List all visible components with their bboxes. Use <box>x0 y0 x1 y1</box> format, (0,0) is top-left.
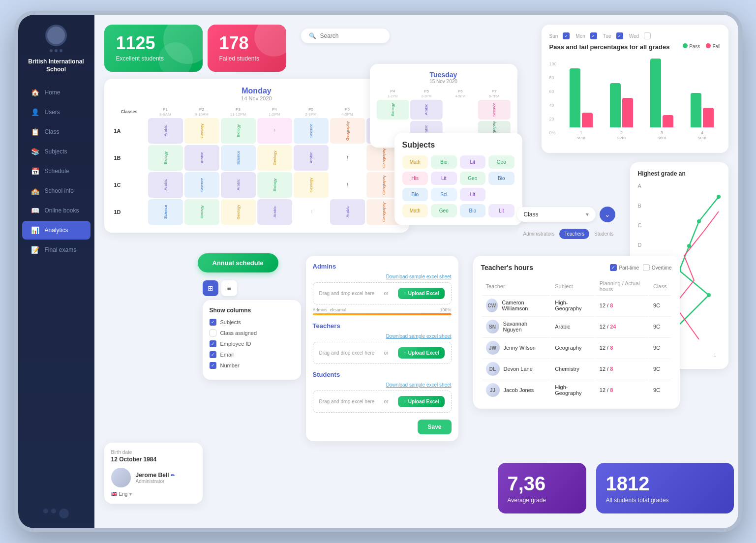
admins-upload-zone[interactable]: Drag and drop excel here or ↑ Upload Exc… <box>313 282 452 304</box>
teachers-upload-button[interactable]: ↑ Upload Excel <box>398 347 445 359</box>
employee-id-checkbox[interactable]: ✓ <box>210 340 216 347</box>
or-text-2: or <box>384 350 389 356</box>
subject-tag[interactable]: Arabic <box>294 145 329 171</box>
part-time-checkbox[interactable]: ✓ <box>610 264 617 271</box>
subject-lit2[interactable]: Lit <box>431 172 457 185</box>
part-time-filter[interactable]: ✓ Part-time <box>610 264 639 271</box>
subject-tag[interactable]: Biology <box>184 199 219 225</box>
subject-tag[interactable]: Biology <box>148 145 183 171</box>
col-class-assigned[interactable]: Class assigned <box>210 330 294 336</box>
sidebar-item-final-exams[interactable]: 📝 Final exams <box>22 241 91 259</box>
search-input[interactable] <box>320 32 382 39</box>
admins-upload-label: Upload Excel <box>408 291 439 296</box>
sidebar-item-analytics[interactable]: 📊 Analytics <box>22 221 91 240</box>
subject-bio4[interactable]: Bio <box>460 204 486 217</box>
teacher-class: 9C <box>649 359 671 379</box>
tue-subject[interactable]: Science <box>478 100 511 120</box>
teacher-name: Jenny Wilson <box>504 345 536 351</box>
subject-tag[interactable]: Science <box>148 199 183 225</box>
number-checkbox[interactable]: ✓ <box>210 362 216 369</box>
subject-math[interactable]: Math <box>402 155 428 169</box>
subject-his[interactable]: His <box>402 172 428 185</box>
svg-point-0 <box>717 195 721 199</box>
tab-students[interactable]: Students <box>589 229 618 239</box>
subject-tag[interactable]: Arabic <box>148 118 183 144</box>
subject-tag[interactable]: Geology <box>257 145 292 171</box>
pass-legend-label: Pass <box>689 44 700 49</box>
admins-title: Admins <box>313 263 452 270</box>
subject-tag[interactable]: Science <box>221 145 256 171</box>
subjects-checkbox[interactable]: ✓ <box>210 319 216 326</box>
save-button[interactable]: Save <box>418 420 451 434</box>
tab-administrators[interactable]: Administrators <box>518 229 560 239</box>
subject-lit4[interactable]: Lit <box>488 204 514 217</box>
sidebar-item-label: Online books <box>45 207 79 214</box>
subject-lit3[interactable]: Lit <box>460 188 486 201</box>
subject-tag[interactable]: Biology <box>257 172 292 198</box>
language-selector[interactable]: 🇬🇧 Eng ▾ <box>111 491 196 497</box>
subject-geo3[interactable]: Geo <box>431 204 457 217</box>
sidebar-item-class[interactable]: 📋 Class <box>22 122 91 141</box>
overtime-filter[interactable]: Overtime <box>643 264 672 271</box>
subject-tag[interactable]: Arabic <box>184 145 219 171</box>
expand-button[interactable]: ⌄ <box>600 207 615 222</box>
subject-math2[interactable]: Math <box>402 204 428 217</box>
subject-tag[interactable]: Arabic <box>221 172 256 198</box>
subject-bio2[interactable]: Bio <box>488 172 514 185</box>
students-upload-zone[interactable]: Drag and drop excel here or ↑ Upload Exc… <box>313 391 452 413</box>
sidebar-item-school-info[interactable]: 🏫 School info <box>22 181 91 200</box>
tue-checkbox[interactable]: ✓ <box>616 32 623 39</box>
sidebar-item-users[interactable]: 👤 Users <box>22 103 91 121</box>
wed-checkbox[interactable] <box>644 32 651 39</box>
teacher-name: Savannah Nguyen <box>503 321 546 332</box>
col-email[interactable]: ✓ Email <box>210 351 294 358</box>
tue-subject[interactable]: Biology <box>377 100 409 120</box>
subject-lit[interactable]: Lit <box>460 155 486 169</box>
sidebar-item-home[interactable]: 🏠 Home <box>22 83 91 102</box>
admins-upload-button[interactable]: ↑ Upload Excel <box>398 288 445 299</box>
subject-tag[interactable]: Geology <box>294 172 329 198</box>
sidebar-item-schedule[interactable]: 📅 Schedule <box>22 162 91 181</box>
teacher-name-cell: DL Devon Lane <box>482 359 550 379</box>
subject-tag[interactable]: Geology <box>184 118 219 144</box>
class-assigned-checkbox[interactable] <box>210 330 216 336</box>
col-employee-id[interactable]: ✓ Employee ID <box>210 340 294 347</box>
annual-schedule-button[interactable]: Annual schedule <box>198 253 278 272</box>
subject-tag[interactable]: Geology <box>221 199 256 225</box>
subject-geo2[interactable]: Geo <box>460 172 486 185</box>
subject-tag[interactable]: Arabic <box>330 199 365 225</box>
subject-tag[interactable]: Arabic <box>148 172 183 198</box>
upload-progress: Admins_eksamal 100% <box>313 307 452 315</box>
subject-tag[interactable]: Biology <box>221 118 256 144</box>
subject-tag[interactable]: Science <box>184 172 219 198</box>
grid-view-button[interactable]: ⊞ <box>203 280 218 296</box>
subject-tag[interactable]: Science <box>294 118 329 144</box>
teachers-upload-zone[interactable]: Drag and drop excel here or ↑ Upload Exc… <box>313 342 452 364</box>
teachers-upload-section: Teachers Download sample excel sheet Dra… <box>313 322 452 364</box>
sidebar-item-subjects[interactable]: 📚 Subjects <box>22 142 91 161</box>
search-bar[interactable]: 🔍 <box>301 29 390 43</box>
overtime-checkbox[interactable] <box>643 264 650 271</box>
schedule-header: Monday 14 Nov 2020 <box>112 87 401 101</box>
email-checkbox[interactable]: ✓ <box>210 351 216 358</box>
admins-download-link[interactable]: Download sample excel sheet <box>313 274 452 279</box>
students-upload-button[interactable]: ↑ Upload Excel <box>398 396 445 407</box>
teachers-download-link[interactable]: Download sample excel sheet <box>313 333 452 339</box>
sun-checkbox[interactable]: ✓ <box>563 32 570 39</box>
col-subjects[interactable]: ✓ Subjects <box>210 319 294 326</box>
subject-geo[interactable]: Geo <box>488 155 514 169</box>
class-dropdown[interactable]: Class ▾ <box>517 207 596 222</box>
subject-sci[interactable]: Sci <box>431 188 457 201</box>
subject-tag[interactable]: ··· <box>257 118 292 144</box>
tue-subject[interactable]: Arabic <box>410 100 443 120</box>
mon-checkbox[interactable]: ✓ <box>590 32 597 39</box>
sidebar-item-online-books[interactable]: 📖 Online books <box>22 201 91 220</box>
students-download-link[interactable]: Download sample excel sheet <box>313 382 452 388</box>
subject-tag[interactable]: Arabic <box>257 199 292 225</box>
list-view-button[interactable]: ≡ <box>221 280 237 296</box>
subject-bio[interactable]: Bio <box>431 155 457 169</box>
subject-tag[interactable]: Geography <box>330 118 365 144</box>
tab-teachers[interactable]: Teachers <box>559 229 589 239</box>
subject-bio3[interactable]: Bio <box>402 188 428 201</box>
col-number[interactable]: ✓ Number <box>210 362 294 369</box>
